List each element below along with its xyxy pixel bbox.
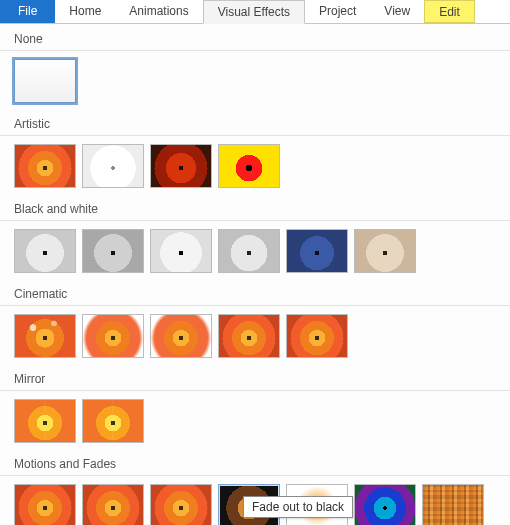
effect-warm-glow[interactable]: [14, 144, 76, 188]
effect-bloom[interactable]: [286, 314, 348, 358]
category-header-none: None: [0, 26, 510, 51]
effect-edge-detection[interactable]: [150, 144, 212, 188]
effect-vignette-white[interactable]: [82, 314, 144, 358]
category-header-cinematic: Cinematic: [0, 281, 510, 306]
tab-animations[interactable]: Animations: [115, 0, 202, 23]
category-header-bw: Black and white: [0, 196, 510, 221]
tab-view[interactable]: View: [370, 0, 424, 23]
effect-hue-cycle[interactable]: [354, 484, 416, 525]
effect-sepia[interactable]: [354, 229, 416, 273]
effect-pixelate[interactable]: [422, 484, 484, 525]
effect-posterize[interactable]: [218, 144, 280, 188]
effect-none[interactable]: [14, 59, 76, 103]
category-row-artistic: [0, 136, 510, 196]
effect-bw-light[interactable]: [14, 229, 76, 273]
effect-bokeh[interactable]: [14, 314, 76, 358]
tab-edit[interactable]: Edit: [424, 0, 475, 23]
category-row-cinematic: [0, 306, 510, 366]
effect-zoom-in[interactable]: [82, 484, 144, 525]
effect-mirror-horizontal[interactable]: [14, 399, 76, 443]
effect-bw-high[interactable]: [150, 229, 212, 273]
effect-pan[interactable]: [14, 484, 76, 525]
effect-bw-soft[interactable]: [218, 229, 280, 273]
tab-project[interactable]: Project: [305, 0, 370, 23]
effect-vignette-soft[interactable]: [150, 314, 212, 358]
category-header-artistic: Artistic: [0, 111, 510, 136]
category-header-motions: Motions and Fades: [0, 451, 510, 476]
effect-gallery: None Artistic Black and white Cinematic …: [0, 24, 510, 525]
category-row-mirror: [0, 391, 510, 451]
category-header-mirror: Mirror: [0, 366, 510, 391]
category-row-none: [0, 51, 510, 111]
effect-glow[interactable]: [218, 314, 280, 358]
effect-zoom-out[interactable]: [150, 484, 212, 525]
category-row-bw: [0, 221, 510, 281]
tab-visual-effects[interactable]: Visual Effects: [203, 0, 305, 24]
tab-home[interactable]: Home: [55, 0, 115, 23]
effect-diamond[interactable]: [82, 144, 144, 188]
effect-mirror-vertical[interactable]: [82, 399, 144, 443]
tooltip: Fade out to black: [243, 496, 353, 518]
tab-file[interactable]: File: [0, 0, 55, 23]
ribbon-tabs: File Home Animations Visual Effects Proj…: [0, 0, 510, 24]
effect-bw-mid[interactable]: [82, 229, 144, 273]
effect-cool-tone[interactable]: [286, 229, 348, 273]
